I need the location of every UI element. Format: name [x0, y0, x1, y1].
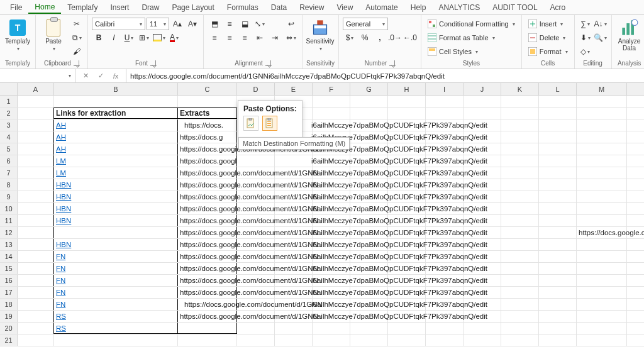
cell-C4[interactable]: https://docs.g: [178, 131, 237, 143]
cell-I1[interactable]: [426, 96, 464, 107]
cell-B12[interactable]: [54, 227, 178, 238]
font-color-button[interactable]: A▾: [167, 31, 181, 44]
cell-M10[interactable]: [577, 203, 627, 214]
cell-G21[interactable]: [350, 335, 388, 346]
cell-K12[interactable]: [501, 227, 539, 238]
cell-L12[interactable]: [539, 227, 577, 238]
cell-B17[interactable]: FN: [54, 287, 178, 298]
cell-M8[interactable]: [577, 179, 627, 191]
cell-A5[interactable]: [18, 143, 54, 155]
cancel-formula-icon[interactable]: ✕: [78, 72, 93, 80]
cell-K2[interactable]: [501, 108, 539, 119]
sensitivity-button[interactable]: Sensitivity▾: [306, 18, 334, 53]
cell-G20[interactable]: [350, 323, 388, 334]
align-right-button[interactable]: ≡: [238, 31, 252, 44]
cell-B5[interactable]: AH: [54, 143, 178, 155]
row-header[interactable]: 17: [0, 287, 18, 298]
cell-C18[interactable]: https://docs.google.com/document/d/1GNN: [178, 299, 237, 310]
row-header[interactable]: 12: [0, 227, 18, 238]
cell-K4[interactable]: [501, 131, 539, 143]
tab-file[interactable]: File: [4, 1, 28, 13]
col-header-A[interactable]: A: [18, 83, 54, 95]
insert-cells-button[interactable]: Insert▾: [526, 18, 570, 30]
cell-B4[interactable]: AH: [54, 131, 178, 143]
tab-home[interactable]: Home: [28, 1, 61, 14]
tab-draw[interactable]: Draw: [135, 1, 165, 13]
cell-A17[interactable]: [18, 287, 54, 298]
indent-inc-button[interactable]: ⇥: [268, 31, 282, 44]
row-header[interactable]: 7: [0, 167, 18, 179]
paste-match-destination-button[interactable]: [262, 116, 277, 131]
find-select-button[interactable]: 🔍▾: [594, 31, 608, 44]
row-header[interactable]: 20: [0, 323, 18, 334]
cell-K16[interactable]: [501, 275, 539, 286]
font-name-select[interactable]: Calibri▾: [92, 18, 145, 30]
cell-H20[interactable]: [388, 323, 426, 334]
worksheet[interactable]: ABCDEFGHIJKLM 12Links for extractionExtr…: [0, 83, 644, 353]
cell-styles-button[interactable]: Cell Styles▾: [425, 45, 518, 58]
cell-E20[interactable]: [275, 323, 313, 334]
cell-K19[interactable]: [501, 311, 539, 322]
row-header[interactable]: 19: [0, 311, 18, 322]
cell-K8[interactable]: [501, 179, 539, 191]
cell-F2[interactable]: [313, 108, 350, 119]
clear-button[interactable]: ◇▾: [579, 45, 592, 58]
cell-H2[interactable]: [388, 108, 426, 119]
cell-K3[interactable]: [501, 119, 539, 131]
cell-L8[interactable]: [539, 179, 577, 191]
cell-H21[interactable]: [388, 335, 426, 346]
cell-A19[interactable]: [18, 311, 54, 322]
cell-F21[interactable]: [313, 335, 350, 346]
cell-M7[interactable]: [577, 167, 627, 179]
indent-dec-button[interactable]: ⇤: [253, 31, 267, 44]
conditional-formatting-button[interactable]: Conditional Formatting▾: [425, 18, 518, 30]
cell-M5[interactable]: [577, 143, 627, 155]
cell-K11[interactable]: [501, 215, 539, 226]
sort-filter-button[interactable]: A↓▾: [594, 18, 608, 30]
row-header[interactable]: 1: [0, 96, 18, 107]
align-top-button[interactable]: ⬒: [208, 18, 221, 30]
cell-M20[interactable]: [577, 323, 627, 334]
cell-C10[interactable]: https://docs.google.com/document/d/1GNN: [178, 203, 237, 214]
cell-L5[interactable]: [539, 143, 577, 155]
cell-A18[interactable]: [18, 299, 54, 310]
grow-font-button[interactable]: A▴: [170, 18, 184, 30]
cell-B1[interactable]: [54, 96, 178, 107]
cell-F12[interactable]: i6ailhMcczye7dpaBMoQpCUDFtqkF7Pk397abqnQ…: [313, 227, 350, 238]
cell-F3[interactable]: i6ailhMcczye7dpaBMoQpCUDFtqkF7Pk397abqnQ…: [313, 119, 350, 131]
cell-M2[interactable]: [577, 108, 627, 119]
cell-A21[interactable]: [18, 335, 54, 346]
autosum-button[interactable]: ∑▾: [579, 18, 592, 30]
col-header-J[interactable]: J: [464, 83, 501, 95]
cell-B8[interactable]: HBN: [54, 179, 178, 191]
cell-L17[interactable]: [539, 287, 577, 298]
cell-A13[interactable]: [18, 239, 54, 250]
tab-templafy[interactable]: Templafy: [61, 1, 104, 13]
paste-keep-source-button[interactable]: [243, 116, 258, 131]
copy-button[interactable]: ⧉▾: [70, 31, 84, 44]
cell-K21[interactable]: [501, 335, 539, 346]
cell-E21[interactable]: [275, 335, 313, 346]
percent-button[interactable]: %: [358, 31, 372, 44]
row-header[interactable]: 18: [0, 299, 18, 310]
cell-L21[interactable]: [539, 335, 577, 346]
cell-I20[interactable]: [426, 323, 464, 334]
cell-A3[interactable]: [18, 119, 54, 131]
cell-A12[interactable]: [18, 227, 54, 238]
cell-A7[interactable]: [18, 167, 54, 179]
cell-L1[interactable]: [539, 96, 577, 107]
cell-C8[interactable]: https://docs.google.com/document/d/1GNN: [178, 179, 237, 191]
row-header[interactable]: 16: [0, 275, 18, 286]
fill-button[interactable]: ⬇▾: [579, 31, 592, 44]
cell-M16[interactable]: [577, 275, 627, 286]
cell-C21[interactable]: [178, 335, 237, 346]
merge-center-button[interactable]: ⇔▾: [284, 31, 298, 44]
cell-K7[interactable]: [501, 167, 539, 179]
cell-A20[interactable]: [18, 323, 54, 334]
cell-K5[interactable]: [501, 143, 539, 155]
tab-data[interactable]: Data: [265, 1, 293, 13]
cell-A8[interactable]: [18, 179, 54, 191]
cell-A9[interactable]: [18, 191, 54, 202]
cell-M12[interactable]: https://docs.google.cor: [577, 227, 627, 238]
font-launcher-icon[interactable]: [150, 60, 156, 66]
